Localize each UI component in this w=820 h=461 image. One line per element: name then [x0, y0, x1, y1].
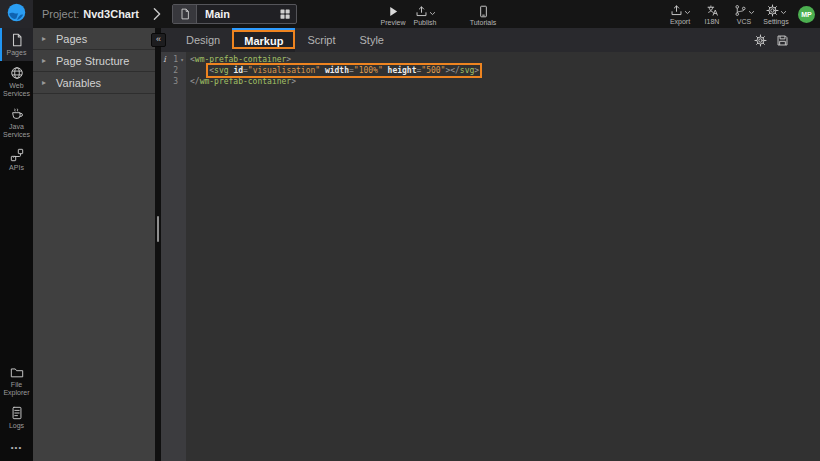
rail-item-pages[interactable]: Pages — [0, 28, 33, 61]
rail-item-label: Logs — [9, 422, 24, 430]
action-label: Preview — [381, 19, 406, 26]
code-line-1[interactable]: <wm-prefab-container> — [190, 54, 820, 65]
rail-bottom-group: File Explorer Logs ••• — [0, 360, 33, 457]
splitter-handle[interactable] — [157, 216, 159, 242]
sidebar-section-pages[interactable]: ▸ Pages — [33, 28, 155, 50]
rail-item-label: Java Services — [0, 123, 33, 139]
grid-icon[interactable] — [279, 8, 291, 20]
wavemaker-logo — [6, 2, 27, 27]
code-line-tokens: <svg id="visualisation" width="100%" hei… — [209, 66, 479, 75]
log-icon — [10, 406, 24, 420]
wavemaker-studio-window: Project:Nvd3Chart Main Preview Publish — [0, 0, 820, 461]
code-line-tokens: <wm-prefab-container> — [190, 55, 291, 64]
action-label: I18N — [705, 18, 720, 25]
editor-area: Design Markup Script Style i — [161, 28, 820, 461]
rail-item-file-explorer[interactable]: File Explorer — [0, 360, 33, 401]
tab-label: Script — [307, 34, 335, 46]
collapse-left-icon[interactable]: « — [151, 33, 166, 47]
wavemaker-logo[interactable] — [0, 0, 33, 28]
topbar-right-group: Export I18N VCS — [667, 1, 815, 27]
editor-tab-script[interactable]: Script — [295, 28, 347, 52]
sidebar-section-variables[interactable]: ▸ Variables — [33, 72, 155, 94]
code-line-2[interactable]: <svg id="visualisation" width="100%" hei… — [190, 65, 820, 76]
page-tab-main[interactable]: Main — [172, 4, 297, 24]
code-line-3[interactable]: </wm-prefab-container> — [190, 76, 820, 87]
code-line-tokens: </wm-prefab-container> — [190, 77, 296, 86]
rail-item-label: File Explorer — [0, 381, 33, 397]
action-label: VCS — [737, 18, 751, 25]
rail-item-apis[interactable]: APIs — [0, 143, 33, 176]
save-icon — [776, 33, 789, 51]
rail-item-logs[interactable]: Logs — [0, 401, 33, 434]
chevron-right-icon[interactable] — [152, 7, 162, 21]
project-name: Nvd3Chart — [83, 8, 139, 20]
line-number: 1 — [168, 55, 178, 64]
more-options-button[interactable]: ••• — [0, 434, 33, 457]
gutter-line-1: i 1 ▾ — [161, 54, 186, 65]
action-label: Settings — [763, 18, 788, 25]
page-tab-label: Main — [197, 8, 279, 20]
gutter-line-2: 2 — [161, 65, 186, 76]
topbar-action-vcs[interactable]: VCS — [731, 2, 757, 27]
folder-icon — [10, 365, 24, 379]
action-label: Publish — [414, 19, 437, 26]
topbar-action-settings[interactable]: Settings — [763, 2, 789, 27]
topbar-action-tutorials[interactable]: Tutorials — [460, 2, 506, 27]
editor-tab-markup[interactable]: Markup — [232, 28, 295, 52]
editor-tabbar: Design Markup Script Style — [161, 28, 820, 52]
tab-label: Style — [360, 34, 384, 46]
rail-item-label: APIs — [9, 164, 24, 172]
page-icon — [10, 33, 24, 47]
triangle-right-icon: ▸ — [42, 57, 46, 65]
avatar[interactable]: MP — [798, 6, 815, 23]
project-label: Project: — [42, 8, 79, 20]
topbar: Project:Nvd3Chart Main Preview Publish — [0, 0, 820, 28]
coffee-icon — [10, 107, 24, 121]
tab-label: Markup — [244, 35, 283, 47]
sidebar-section-label: Variables — [56, 77, 101, 89]
rail-item-web-services[interactable]: Web Services — [0, 61, 33, 102]
fold-arrow-icon[interactable]: ▾ — [178, 56, 186, 63]
editor-action-save[interactable] — [776, 33, 789, 51]
code-editor: i 1 ▾ 2 3 <wm-prefab-container> <svg id=… — [161, 52, 820, 461]
action-label: Export — [670, 18, 690, 25]
topbar-action-export[interactable]: Export — [667, 2, 693, 27]
topbar-action-i18n[interactable]: I18N — [699, 2, 725, 27]
editor-tab-style[interactable]: Style — [348, 28, 396, 52]
rail-item-label: Web Services — [0, 82, 33, 98]
caret-down-icon — [429, 10, 436, 17]
tab-label: Design — [186, 34, 220, 46]
line-number: 2 — [168, 66, 178, 75]
caret-down-icon — [748, 9, 755, 16]
editor-gutter: i 1 ▾ 2 3 — [161, 52, 186, 461]
triangle-right-icon: ▸ — [42, 79, 46, 87]
globe-icon — [10, 66, 24, 80]
editor-action-markup-settings[interactable] — [754, 33, 767, 51]
project-info: Project:Nvd3Chart — [42, 8, 139, 20]
sidebar-section-label: Pages — [56, 33, 87, 45]
panel-splitter — [155, 28, 161, 461]
editor-toolbar — [754, 33, 789, 51]
gear-icon — [754, 33, 767, 51]
code-content[interactable]: <wm-prefab-container> <svg id="visualisa… — [186, 52, 820, 461]
caret-down-icon — [780, 9, 787, 16]
lint-marker: i — [161, 55, 168, 64]
editor-tab-design[interactable]: Design — [174, 28, 232, 52]
rail-item-java-services[interactable]: Java Services — [0, 102, 33, 143]
action-label: Tutorials — [470, 19, 497, 26]
api-icon — [10, 148, 24, 162]
gutter-line-3: 3 — [161, 76, 186, 87]
line-number: 3 — [168, 77, 178, 86]
caret-down-icon — [684, 9, 691, 16]
triangle-right-icon: ▸ — [42, 35, 46, 43]
topbar-action-publish[interactable]: Publish — [405, 2, 445, 27]
file-icon — [173, 5, 197, 23]
left-rail: Pages Web Services Java Services APIs Fi… — [0, 28, 33, 461]
rail-item-label: Pages — [7, 49, 27, 57]
sidebar-section-page-structure[interactable]: ▸ Page Structure — [33, 50, 155, 72]
sidebar-section-label: Page Structure — [56, 55, 129, 67]
pages-panel: ▸ Pages ▸ Page Structure ▸ Variables — [33, 28, 155, 461]
